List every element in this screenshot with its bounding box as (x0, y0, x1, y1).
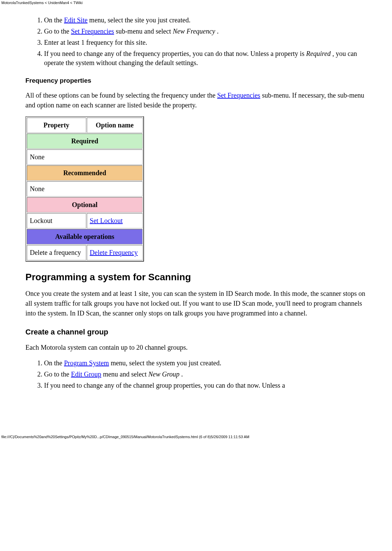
para-text: All of these options can be found by sel… (25, 91, 217, 99)
main-content: On the Edit Site menu, select the site y… (25, 16, 370, 390)
step-text: menu, select the site you just created. (87, 16, 190, 24)
step-text: menu, select the system you just created… (109, 359, 222, 367)
step-text: sub-menu and select (114, 27, 173, 35)
available-operations-label: Available operations (27, 229, 143, 244)
breadcrumb-path: MotorolaTrunkedSystems < UnidenMan4 < TW… (0, 0, 392, 5)
frequency-properties-para: All of these options can be found by sel… (25, 90, 370, 110)
list-item: Go to the Set Frequencies sub-menu and s… (44, 27, 370, 36)
list-item: If you need to change any of the channel… (44, 381, 370, 390)
edit-group-link[interactable]: Edit Group (71, 370, 101, 378)
delete-frequency-link[interactable]: Delete Frequency (90, 249, 138, 256)
program-system-link[interactable]: Program System (64, 359, 109, 367)
footer-path: file:///C|/Documents%20and%20Settings/PO… (0, 434, 392, 440)
channel-group-steps-list: On the Program System menu, select the s… (25, 359, 370, 390)
required-row: Required (27, 134, 143, 149)
table-row: None (27, 181, 143, 197)
none-cell: None (27, 149, 143, 165)
optional-label: Optional (27, 197, 143, 212)
set-frequencies-link[interactable]: Set Frequencies (217, 91, 260, 99)
property-header: Property (27, 118, 86, 133)
step-text: If you need to change any of the frequen… (44, 50, 306, 57)
list-item: On the Program System menu, select the s… (44, 359, 370, 368)
required-em: Required (306, 50, 331, 57)
set-frequencies-link[interactable]: Set Frequencies (71, 27, 114, 35)
create-channel-group-heading: Create a channel group (25, 328, 370, 336)
recommended-label: Recommended (27, 165, 143, 181)
step-text: On the (44, 359, 64, 367)
new-group-em: New Group (148, 370, 180, 378)
step-text: Go to the (44, 27, 71, 35)
table-row: None (27, 149, 143, 165)
available-operations-row: Available operations (27, 229, 143, 244)
edit-site-link[interactable]: Edit Site (64, 16, 87, 24)
list-item: Go to the Edit Group menu and select New… (44, 370, 370, 379)
step-text: . (215, 27, 219, 35)
step-text: On the (44, 16, 64, 24)
table-header-row: Property Option name (27, 118, 143, 133)
programming-para: Once you create the system and at least … (25, 289, 370, 318)
step-text: . (180, 370, 183, 378)
delete-frequency-link-cell: Delete Frequency (87, 245, 143, 260)
option-name-header: Option name (87, 118, 143, 133)
lockout-cell: Lockout (27, 213, 86, 228)
optional-row: Optional (27, 197, 143, 212)
required-label: Required (27, 134, 143, 149)
set-lockout-link[interactable]: Set Lockout (90, 217, 123, 224)
list-item: If you need to change any of the frequen… (44, 49, 370, 67)
none-cell: None (27, 181, 143, 197)
step-text: menu and select (101, 370, 148, 378)
table-row: Lockout Set Lockout (27, 213, 143, 228)
list-item: Enter at least 1 frequency for this site… (44, 38, 370, 47)
new-frequency-em: New Frequency (173, 27, 215, 35)
set-lockout-cell: Set Lockout (87, 213, 143, 228)
list-item: On the Edit Site menu, select the site y… (44, 16, 370, 25)
delete-frequency-cell: Delete a frequency (27, 245, 86, 260)
frequency-properties-table: Property Option name Required None Recom… (25, 116, 144, 262)
frequency-properties-heading: Frequency properties (25, 77, 370, 84)
recommended-row: Recommended (27, 165, 143, 181)
channel-group-para: Each Motorola system can contain up to 2… (25, 343, 370, 352)
table-row: Delete a frequency Delete Frequency (27, 245, 143, 260)
step-text: Go to the (44, 370, 71, 378)
programming-heading: Programming a system for Scanning (25, 272, 370, 283)
frequency-steps-list: On the Edit Site menu, select the site y… (25, 16, 370, 67)
